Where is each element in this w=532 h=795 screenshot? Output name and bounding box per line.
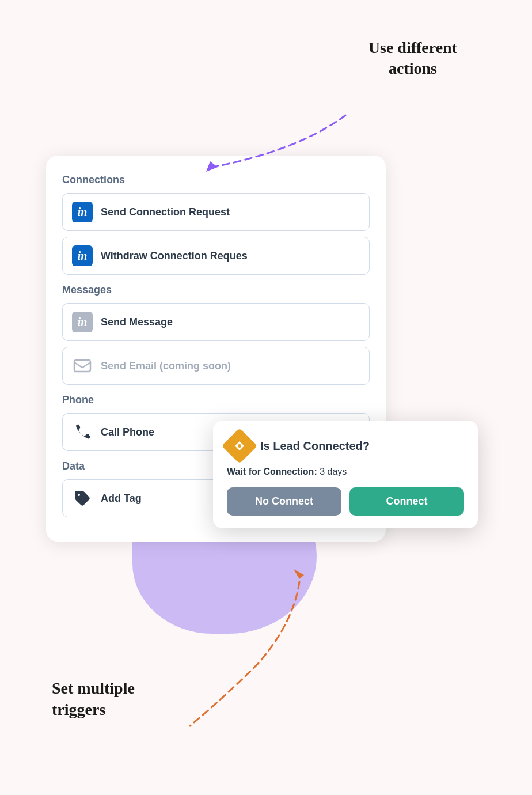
send-email-label: Send Email (coming soon) (101, 360, 231, 372)
popup-title: Is Lead Connected? (260, 440, 370, 453)
svg-point-4 (238, 444, 241, 448)
popup-wait: Wait for Connection: 3 days (227, 467, 464, 477)
annotation-top: Use different actions (368, 37, 457, 80)
popup-wait-value: 3 days (320, 467, 347, 476)
popup-card: Is Lead Connected? Wait for Connection: … (213, 421, 478, 528)
popup-header: Is Lead Connected? (227, 433, 464, 459)
action-item-send-message[interactable]: in Send Message (62, 303, 370, 341)
linkedin-icon-send-message: in (72, 312, 93, 332)
linkedin-icon-send-connection: in (72, 202, 93, 222)
popup-wait-label: Wait for Connection: (227, 467, 317, 476)
section-label-messages: Messages (62, 284, 370, 296)
svg-rect-2 (74, 360, 90, 372)
section-label-connections: Connections (62, 174, 370, 186)
popup-buttons: No Connect Connect (227, 487, 464, 516)
diamond-icon (222, 428, 257, 464)
no-connect-button[interactable]: No Connect (227, 487, 341, 516)
connect-button[interactable]: Connect (349, 487, 464, 516)
add-tag-label: Add Tag (101, 493, 142, 505)
action-item-withdraw-connection-request[interactable]: in Withdraw Connection Reques (62, 237, 370, 275)
section-label-phone: Phone (62, 394, 370, 406)
linkedin-icon-withdraw-connection: in (72, 245, 93, 266)
send-message-label: Send Message (101, 316, 173, 328)
annotation-bottom: Set multiple triggers (52, 678, 135, 720)
withdraw-connection-request-label: Withdraw Connection Reques (101, 250, 248, 262)
call-phone-label: Call Phone (101, 426, 154, 438)
svg-point-3 (78, 494, 80, 496)
tag-icon (72, 488, 93, 509)
section-connections: Connections in Send Connection Request i… (62, 174, 370, 275)
action-item-send-email[interactable]: Send Email (coming soon) (62, 347, 370, 385)
action-item-send-connection-request[interactable]: in Send Connection Request (62, 193, 370, 231)
email-icon (72, 355, 93, 376)
send-connection-request-label: Send Connection Request (101, 206, 230, 218)
section-messages: Messages in Send Message Send Email (com… (62, 284, 370, 385)
phone-icon (72, 422, 93, 442)
